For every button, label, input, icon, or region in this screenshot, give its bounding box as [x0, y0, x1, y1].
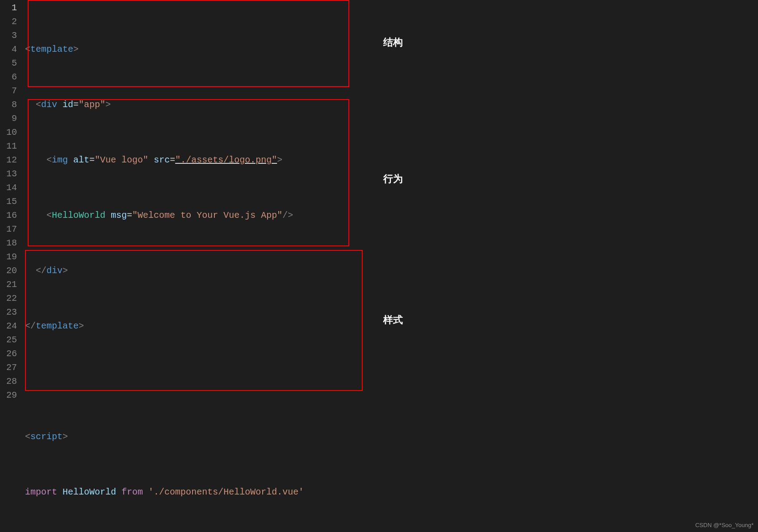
- line-number: 15: [4, 195, 17, 208]
- line-number: 6: [4, 70, 17, 84]
- label-structure: 结构: [383, 36, 403, 49]
- code-line[interactable]: <div id="app">: [25, 98, 758, 112]
- code-line[interactable]: <img alt="Vue logo" src="./assets/logo.p…: [25, 153, 758, 167]
- code-line[interactable]: <script>: [25, 430, 758, 444]
- line-number: 20: [4, 264, 17, 278]
- line-number: 5: [4, 56, 17, 70]
- watermark: CSDN @*Soo_Young*: [695, 522, 754, 528]
- line-number: 8: [4, 98, 17, 112]
- code-area[interactable]: <template> <div id="app"> <img alt="Vue …: [25, 0, 758, 532]
- line-number: 25: [4, 333, 17, 347]
- code-editor[interactable]: 1 2 3 4 5 6 7 8 9 10 11 12 13 14 15 16 1…: [0, 0, 758, 532]
- line-number: 24: [4, 319, 17, 333]
- line-number: 17: [4, 222, 17, 236]
- line-number: 3: [4, 29, 17, 42]
- line-number: 7: [4, 84, 17, 98]
- code-line[interactable]: </div>: [25, 264, 758, 278]
- line-number: 4: [4, 42, 17, 56]
- line-number: 10: [4, 125, 17, 139]
- line-number: 2: [4, 15, 17, 29]
- line-number: 27: [4, 361, 17, 374]
- line-number: 9: [4, 112, 17, 125]
- line-number: 29: [4, 388, 17, 402]
- line-number: 14: [4, 181, 17, 195]
- line-number: 23: [4, 305, 17, 319]
- line-number: 12: [4, 153, 17, 167]
- line-number: 21: [4, 278, 17, 291]
- line-number: 1: [4, 1, 17, 15]
- code-line[interactable]: [25, 374, 758, 388]
- line-number: 28: [4, 374, 17, 388]
- line-number-gutter: 1 2 3 4 5 6 7 8 9 10 11 12 13 14 15 16 1…: [0, 0, 25, 532]
- line-number: 16: [4, 208, 17, 222]
- code-line[interactable]: import HelloWorld from './components/Hel…: [25, 485, 758, 499]
- line-number: 18: [4, 236, 17, 250]
- line-number: 19: [4, 250, 17, 264]
- code-line[interactable]: <HelloWorld msg="Welcome to Your Vue.js …: [25, 208, 758, 222]
- line-number: 26: [4, 347, 17, 361]
- line-number: 13: [4, 167, 17, 181]
- line-number: 22: [4, 291, 17, 305]
- line-number: 11: [4, 139, 17, 153]
- label-style: 样式: [383, 313, 403, 327]
- label-behavior: 行为: [383, 172, 403, 186]
